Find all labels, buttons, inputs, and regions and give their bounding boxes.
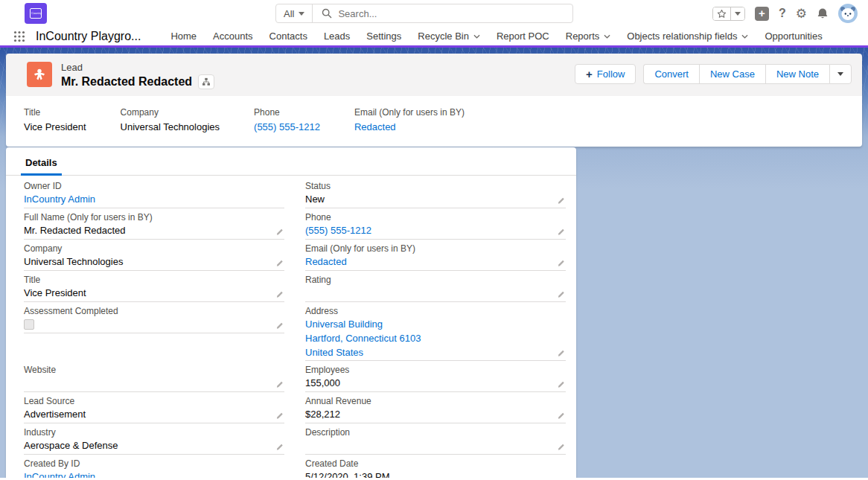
edit-pencil-icon[interactable]	[556, 260, 566, 269]
tab-settings[interactable]: Settings	[366, 31, 401, 42]
record-identity: Lead Mr. Redacted Redacted	[61, 62, 214, 89]
tab-label: Recycle Bin	[418, 31, 469, 42]
address-line-3[interactable]: United States	[305, 345, 421, 359]
address-line-1[interactable]: Universal Building	[305, 317, 421, 331]
tab-label: Reports	[566, 31, 600, 42]
edit-pencil-icon[interactable]	[556, 444, 566, 453]
edit-pencil-icon[interactable]	[275, 260, 284, 269]
view-hierarchy-button[interactable]	[198, 74, 214, 89]
field-lead-source: Lead Source Advertisement	[24, 392, 284, 423]
search-scope-dropdown[interactable]: All	[276, 4, 313, 22]
created-by-link[interactable]: InCountry Admin	[24, 470, 95, 478]
tab-leads[interactable]: Leads	[324, 31, 350, 42]
edit-pencil-icon[interactable]	[556, 381, 566, 391]
tab-contacts[interactable]: Contacts	[269, 31, 307, 42]
field-label: Lead Source	[24, 396, 284, 407]
app-name[interactable]: InCountry Playgro...	[36, 30, 141, 43]
edit-pencil-icon[interactable]	[275, 412, 284, 422]
notifications-bell-button[interactable]	[817, 7, 829, 19]
field-label: Address	[305, 306, 566, 317]
edit-pencil-icon[interactable]	[556, 197, 566, 207]
chevron-down-icon	[741, 34, 748, 39]
app-nav-bar: InCountry Playgro... Home Accounts Conta…	[0, 27, 868, 48]
field-label: Title	[24, 107, 86, 118]
assessment-checkbox[interactable]	[24, 319, 34, 330]
field-label: Owner ID	[24, 181, 284, 192]
field-value: 155,000	[305, 376, 340, 391]
field-value: Aerospace & Defense	[24, 438, 118, 453]
phone-link[interactable]: (555) 555-1212	[305, 223, 371, 238]
setup-gear-button[interactable]: ⚙	[796, 7, 807, 20]
edit-pencil-icon[interactable]	[556, 350, 566, 359]
field-address: Address Universal Building Hartford, Con…	[305, 302, 566, 361]
incountry-logo-icon: Country	[30, 8, 42, 19]
tab-recycle-bin[interactable]: Recycle Bin	[418, 31, 480, 42]
field-value: $28,212	[305, 407, 340, 422]
search-icon	[322, 8, 332, 19]
more-actions-button[interactable]	[829, 64, 852, 84]
lead-person-icon	[32, 67, 47, 82]
edit-pencil-icon[interactable]	[275, 291, 284, 301]
field-label: Email (Only for users in BY)	[305, 243, 566, 255]
field-value: 5/12/2020, 1:39 PM	[305, 470, 389, 478]
app-launcher-icon[interactable]	[13, 31, 25, 42]
global-actions-button[interactable]: +	[755, 7, 769, 21]
field-label: Website	[24, 365, 284, 376]
field-label: Industry	[24, 427, 284, 438]
global-search: All	[275, 4, 573, 23]
edit-pencil-icon[interactable]	[275, 381, 284, 391]
favorites-dropdown-button[interactable]	[730, 7, 744, 20]
tab-details[interactable]: Details	[21, 157, 62, 175]
field-value: New	[305, 192, 325, 207]
user-avatar[interactable]	[838, 4, 858, 23]
star-icon	[717, 9, 727, 19]
tab-objects-relationship-fields[interactable]: Objects relationship fields	[627, 31, 748, 42]
follow-button[interactable]: + Follow	[575, 64, 636, 84]
edit-pencil-icon[interactable]	[275, 322, 284, 332]
tab-report-poc[interactable]: Report POC	[497, 31, 549, 42]
details-tab-bar: Details	[6, 147, 576, 176]
edit-pencil-icon[interactable]	[275, 444, 284, 453]
field-label: Phone	[254, 107, 320, 118]
field-label: Created Date	[305, 458, 566, 470]
tab-label: Settings	[366, 31, 401, 42]
tab-home[interactable]: Home	[170, 31, 197, 42]
address-line-2[interactable]: Hartford, Connecticut 6103	[305, 331, 421, 345]
field-value: Universal Technologies	[24, 255, 123, 269]
edit-pencil-icon[interactable]	[556, 291, 566, 301]
field-label: Status	[305, 181, 566, 192]
record-actions: + Follow Convert New Case New Note	[575, 62, 852, 84]
header-utility-icons: + ? ⚙	[712, 0, 858, 27]
field-status: Status New	[305, 177, 566, 208]
help-button[interactable]: ?	[779, 7, 786, 20]
field-created-by-id: Created By ID InCountry Admin	[24, 455, 284, 478]
edit-pencil-icon[interactable]	[275, 228, 284, 238]
edit-pencil-icon[interactable]	[556, 412, 566, 422]
convert-button[interactable]: Convert	[643, 64, 699, 84]
tab-label: Home	[170, 31, 197, 42]
field-full-name: Full Name (Only for users in BY) Mr. Red…	[24, 208, 284, 240]
new-case-button[interactable]: New Case	[699, 64, 765, 84]
phone-link[interactable]: (555) 555-1212	[254, 120, 320, 135]
favorites-button[interactable]	[713, 7, 730, 20]
edit-pencil-icon[interactable]	[556, 228, 566, 238]
field-label: Email (Only for users in BY)	[354, 107, 465, 118]
tab-label: Accounts	[213, 31, 252, 42]
field-phone: Phone (555) 555-1212	[305, 208, 566, 240]
field-value: Advertisement	[24, 407, 86, 422]
new-note-button[interactable]: New Note	[765, 64, 829, 84]
field-annual-revenue: Annual Revenue $28,212	[305, 392, 566, 423]
email-link[interactable]: Redacted	[305, 255, 347, 269]
field-label: Title	[24, 275, 284, 286]
record-name: Mr. Redacted Redacted	[61, 74, 192, 89]
owner-id-link[interactable]: InCountry Admin	[24, 192, 95, 207]
email-link[interactable]: Redacted	[354, 120, 396, 135]
search-input[interactable]	[338, 8, 572, 19]
details-card: Details Owner ID InCountry Admin Status …	[6, 147, 576, 478]
tab-reports[interactable]: Reports	[566, 31, 611, 42]
address-lines: Universal Building Hartford, Connecticut…	[305, 317, 421, 359]
field-label: Description	[305, 427, 566, 438]
tab-accounts[interactable]: Accounts	[213, 31, 252, 42]
highlight-field-phone: Phone (555) 555-1212	[254, 107, 320, 135]
tab-opportunities[interactable]: Opportunities	[765, 31, 822, 42]
